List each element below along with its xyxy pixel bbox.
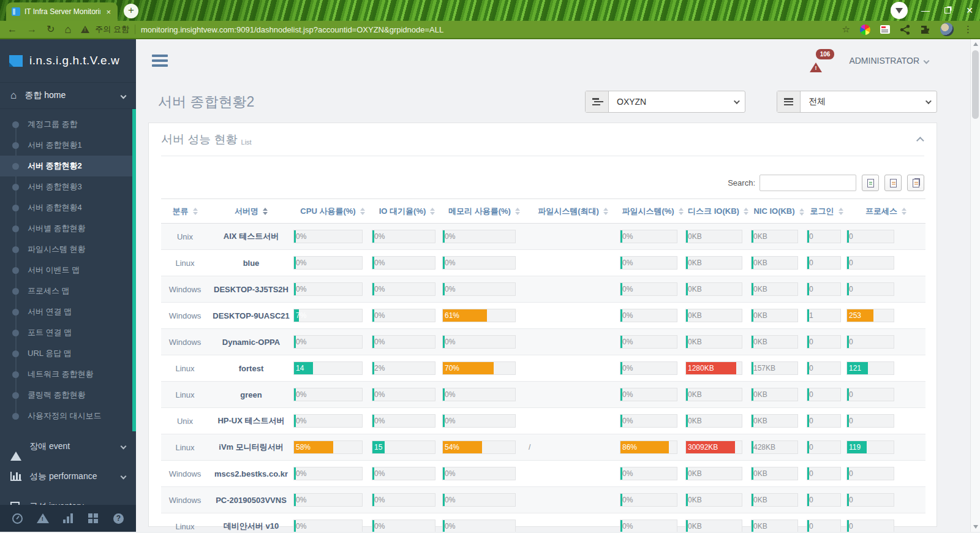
sidebar-item-6[interactable]: 서버별 종합현황 xyxy=(0,218,132,239)
group-select[interactable]: 전체 xyxy=(777,91,937,113)
sidebar-item-8[interactable]: 서버 이벤트 맵 xyxy=(0,260,132,281)
column-header-11[interactable]: 프로세스 xyxy=(846,199,925,224)
sidebar-item-11[interactable]: 포트 연결 맵 xyxy=(0,322,132,343)
window-minimize-button[interactable]: — xyxy=(921,6,930,15)
table-row[interactable]: Windowsmscs2.bestks.co.kr0%0%0%0%0KB0KB0… xyxy=(161,461,925,487)
vertical-scrollbar[interactable] xyxy=(970,39,980,532)
export-csv-button[interactable] xyxy=(884,175,902,191)
grid-icon[interactable] xyxy=(86,511,100,526)
column-header-8[interactable]: 디스크 IO(KB) xyxy=(685,199,751,224)
export-excel-button[interactable] xyxy=(862,175,879,191)
cell-io: 0% xyxy=(372,461,442,487)
gauge-icon[interactable] xyxy=(10,511,25,526)
sidebar-item-13[interactable]: 네트워크 종합현황 xyxy=(0,364,132,385)
table-row[interactable]: WindowsDESKTOP-3J5TS2H0%0%0%0%0KB0KB00 xyxy=(161,276,925,303)
sidebar-item-15[interactable]: 사용자정의 대시보드 xyxy=(0,406,132,426)
hamburger-menu-icon[interactable] xyxy=(152,55,168,67)
table-row[interactable]: Linux데비안서버 v100%0%0%0%0KB0KB00 xyxy=(161,513,925,532)
extensions-puzzle-icon[interactable] xyxy=(920,25,930,35)
scrollbar-thumb[interactable] xyxy=(972,50,979,119)
table-row[interactable]: Linuxfortest142%70%0%1280KB157KB0121 xyxy=(161,355,925,382)
home-button[interactable]: ⌂ xyxy=(64,24,71,35)
sidebar-section-event[interactable]: 장애 event xyxy=(0,431,136,461)
column-header-9[interactable]: NIC IO(KB) xyxy=(751,199,807,224)
column-header-6[interactable]: 파일시스템(최대) xyxy=(526,199,620,224)
browser-menu-icon[interactable]: ⋮ xyxy=(963,24,973,35)
sidebar-item-7[interactable]: 파일시스템 현황 xyxy=(0,239,132,260)
sidebar-item-9[interactable]: 프로세스 맵 xyxy=(0,281,132,301)
security-warning-icon[interactable] xyxy=(81,26,89,33)
sidebar-section-performance[interactable]: 성능 performance xyxy=(0,461,136,491)
column-header-4[interactable]: IO 대기율(%) xyxy=(372,199,442,224)
color-wheel-extension-icon[interactable] xyxy=(860,25,870,35)
table-row[interactable]: WindowsDynamic-OPPA0%0%0%0%0KB0KB00 xyxy=(161,329,925,355)
sidebar-item-3[interactable]: 서버 종합현황2 xyxy=(0,156,132,176)
bookmark-star-icon[interactable]: ☆ xyxy=(842,24,850,35)
cell-proc: 0 xyxy=(846,224,925,250)
window-restore-button[interactable] xyxy=(944,7,951,13)
table-row[interactable]: WindowsDESKTOP-9UASC217%0%61%0%0KB0KB125… xyxy=(161,303,925,329)
share-icon[interactable] xyxy=(900,25,910,35)
window-close-button[interactable]: ✕ xyxy=(965,6,974,15)
sidebar-item-2[interactable]: 서버 종합현황1 xyxy=(0,135,132,156)
cell-io: 0% xyxy=(372,329,442,355)
column-header-1[interactable]: 분류 xyxy=(161,199,209,224)
site-favicon-icon xyxy=(12,7,20,16)
alert-triangle-icon[interactable] xyxy=(36,511,50,526)
cell-nic: 0KB xyxy=(751,224,807,250)
io-bar: 15 xyxy=(372,440,435,454)
help-icon[interactable]: ? xyxy=(111,511,126,526)
profile-avatar[interactable] xyxy=(940,23,954,36)
sidebar-item-1[interactable]: 계정그룹 종합 xyxy=(0,114,132,135)
column-header-2[interactable]: 서버명 xyxy=(209,199,293,224)
sidebar-item-home[interactable]: ⌂ 종합 home xyxy=(0,82,136,109)
io-bar: 0% xyxy=(372,493,435,507)
proc-bar: 0 xyxy=(846,230,894,243)
chevron-down-icon xyxy=(734,98,740,104)
table-row[interactable]: WindowsPC-20190503VVNS0%0%0%0%0KB0KB00 xyxy=(161,487,925,513)
browser-tab[interactable]: IT Infra Server Monitoring and M × xyxy=(6,2,118,21)
cell-cpu: 0% xyxy=(293,408,372,434)
sort-icon xyxy=(744,208,748,215)
notification-button[interactable]: 106 xyxy=(809,49,834,72)
disk-bar: 0KB xyxy=(685,493,742,507)
sidebar-item-12[interactable]: URL 응답 맵 xyxy=(0,343,132,364)
sidebar-item-4[interactable]: 서버 종합현황3 xyxy=(0,176,132,197)
fs-bar: 0% xyxy=(620,361,677,375)
table-row[interactable]: Linuxgreen0%0%0%0%0KB0KB00 xyxy=(161,382,925,408)
sidebar-item-14[interactable]: 쿨링랙 종합현황 xyxy=(0,385,132,406)
back-button[interactable]: ← xyxy=(7,25,17,34)
panel-collapse-icon[interactable] xyxy=(916,137,924,145)
copy-button[interactable] xyxy=(907,175,924,191)
table-header-row: 분류서버명CPU 사용률(%)IO 대기율(%)메모리 사용률(%)파일시스템(… xyxy=(161,199,925,224)
sidebar-item-10[interactable]: 서버 연결 맵 xyxy=(0,301,132,322)
notes-extension-icon[interactable] xyxy=(880,25,890,34)
media-control-button[interactable] xyxy=(891,2,908,19)
column-header-3[interactable]: CPU 사용률(%) xyxy=(293,199,372,224)
table-row[interactable]: LinuxiVm 모니터링서버58%1554%/86%30092KB428KB0… xyxy=(161,434,925,461)
cell-fs: 0% xyxy=(620,250,685,276)
cell-cpu: 0% xyxy=(293,487,372,513)
stats-bars-icon[interactable] xyxy=(61,511,75,526)
tab-title: IT Infra Server Monitoring and M xyxy=(24,7,100,16)
search-input[interactable] xyxy=(760,175,856,191)
sidebar-item-5[interactable]: 서버 종합현황4 xyxy=(0,197,132,218)
table-row[interactable]: UnixAIX 테스트서버0%0%0%0%0KB0KB00 xyxy=(161,224,925,250)
account-select[interactable]: OXYZN xyxy=(585,91,745,113)
column-header-7[interactable]: 파일시스템(%) xyxy=(620,199,685,224)
sidebar-footer: ? xyxy=(0,505,136,532)
column-header-5[interactable]: 메모리 사용률(%) xyxy=(442,199,526,224)
scroll-up-icon[interactable] xyxy=(973,42,978,46)
scroll-down-icon[interactable] xyxy=(973,525,978,529)
column-header-10[interactable]: 로그인 xyxy=(807,199,846,224)
user-menu[interactable]: ADMINISTRATOR xyxy=(849,56,929,66)
new-tab-button[interactable]: + xyxy=(124,4,138,18)
reload-button[interactable]: ↻ xyxy=(47,25,55,34)
proc-bar: 0 xyxy=(846,256,894,270)
table-row[interactable]: Linuxblue0%0%0%0%0KB0KB00 xyxy=(161,250,925,276)
address-bar[interactable]: 주의 요함 monitoring.insightvew.com:9091/das… xyxy=(81,24,850,35)
table-row[interactable]: UnixHP-UX 테스트서버0%0%0%0%0KB0KB00 xyxy=(161,408,925,434)
cell-mem: 61% xyxy=(442,303,526,329)
forward-button[interactable]: → xyxy=(27,25,37,34)
tab-close-icon[interactable]: × xyxy=(105,7,112,17)
